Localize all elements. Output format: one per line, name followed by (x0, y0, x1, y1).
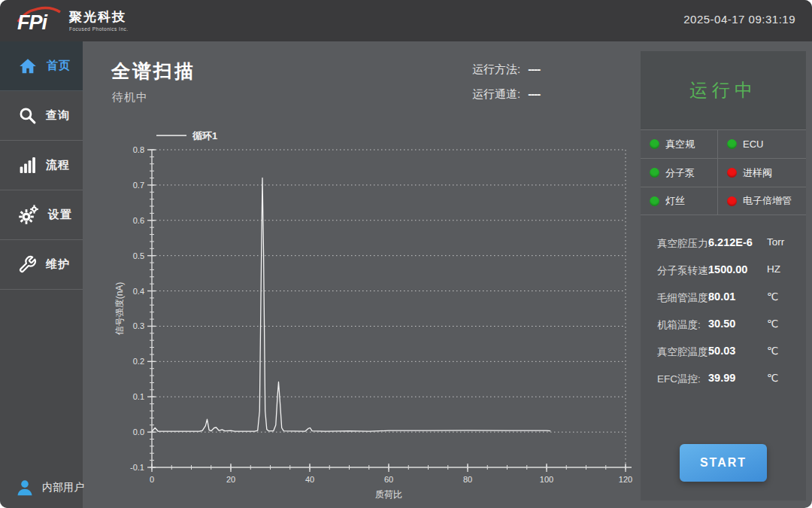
top-bar: FPi 聚光科技 Focused Photonics Inc. 2025-04-… (0, 0, 812, 41)
metric-label: 机箱温度: (657, 318, 701, 332)
svg-text:0.7: 0.7 (133, 181, 144, 190)
metric-label: EFC温控: (657, 373, 701, 386)
datetime-display: 2025-04-17 09:31:19 (683, 13, 795, 26)
metric-value: 50.03 (708, 345, 735, 357)
svg-text:0.8: 0.8 (133, 145, 144, 154)
device-filament: 灯丝 (641, 187, 717, 215)
device-label: 灯丝 (665, 194, 685, 208)
machine-status-label: 待机中 (112, 90, 148, 105)
sidebar-item-maintenance[interactable]: 维护 (0, 240, 83, 290)
run-state-banner: 运行中 (641, 51, 806, 129)
metric-value: 80.01 (708, 291, 735, 303)
metric-unit: ℃ (767, 345, 778, 357)
start-button[interactable]: START (680, 444, 767, 482)
metric-value: 30.50 (708, 318, 735, 330)
metric-chassis-temp: 机箱温度: 30.50 ℃ (641, 312, 806, 339)
metric-label: 毛细管温度: (657, 291, 710, 305)
status-dot (650, 168, 659, 178)
metrics-list: 真空腔压力: 6.212E-6 Torr 分子泵转速: 1500.00 HZ 毛… (641, 215, 806, 394)
app-window: FPi 聚光科技 Focused Photonics Inc. 2025-04-… (0, 0, 812, 508)
user-icon (15, 478, 35, 497)
metric-unit: Torr (767, 236, 784, 248)
page-title: 全谱扫描 (111, 59, 195, 84)
metric-label: 真空腔压力: (657, 237, 710, 251)
status-dot (727, 139, 737, 149)
metric-unit: HZ (767, 263, 780, 275)
metric-value: 1500.00 (708, 263, 747, 275)
svg-text:120: 120 (619, 475, 632, 484)
status-panel: 运行中 真空规 ECU 分子泵 进样阀 灯丝 (641, 51, 806, 500)
sidebar-item-label: 设置 (48, 208, 72, 222)
spectrum-plot: -0.10.00.10.20.30.40.50.60.70.8020406080… (113, 123, 639, 500)
device-label: 真空规 (665, 138, 695, 151)
svg-text:80: 80 (463, 475, 472, 484)
svg-text:0: 0 (150, 475, 154, 484)
metric-vacuum-pressure: 真空腔压力: 6.212E-6 Torr (641, 231, 806, 258)
metric-capillary-temp: 毛细管温度: 80.01 ℃ (641, 285, 806, 312)
process-icon (18, 156, 37, 175)
spectrum-chart: -0.10.00.10.20.30.40.50.60.70.8020406080… (113, 123, 639, 503)
device-status-grid: 真空规 ECU 分子泵 进样阀 灯丝 电子倍增管 (641, 129, 806, 215)
settings-icon (18, 205, 39, 226)
svg-text:循环1: 循环1 (192, 130, 217, 141)
status-dot (727, 196, 737, 206)
brand-name-en: Focused Photonics Inc. (69, 26, 129, 32)
sidebar-item-home[interactable]: 首页 (0, 41, 83, 91)
fpi-logo-text: FPi (17, 11, 48, 34)
brand-text: 聚光科技 Focused Photonics Inc. (69, 8, 129, 32)
sidebar-item-process[interactable]: 流程 (0, 141, 83, 190)
metric-unit: ℃ (767, 372, 778, 384)
status-dot (727, 168, 737, 178)
device-label: 电子倍增管 (743, 194, 792, 208)
device-label: 进样阀 (743, 166, 772, 180)
run-info: 运行方法: ---- 运行通道: ---- (472, 62, 540, 112)
run-channel-row: 运行通道: ---- (472, 87, 540, 112)
metric-unit: ℃ (767, 318, 778, 330)
run-method-row: 运行方法: ---- (472, 62, 540, 87)
fpi-logo: FPi 聚光科技 Focused Photonics Inc. (15, 4, 129, 35)
svg-text:0.3: 0.3 (133, 321, 144, 330)
status-dot (650, 139, 659, 149)
metric-efc-temp: EFC温控: 39.99 ℃ (641, 367, 806, 394)
svg-text:0.5: 0.5 (133, 251, 144, 260)
user-account[interactable]: 内部用户 (0, 478, 120, 497)
svg-text:-0.1: -0.1 (130, 463, 144, 472)
svg-text:信号强度(nA): 信号强度(nA) (114, 282, 125, 336)
svg-text:0.0: 0.0 (133, 427, 144, 437)
metric-value: 6.212E-6 (708, 236, 753, 248)
svg-text:100: 100 (540, 475, 553, 484)
svg-text:0.6: 0.6 (133, 216, 144, 225)
device-vacuum-gauge: 真空规 (641, 129, 717, 158)
sidebar-item-query[interactable]: 查询 (0, 91, 83, 141)
device-ecu: ECU (717, 129, 806, 158)
status-dot (650, 196, 659, 206)
search-icon (18, 106, 37, 125)
svg-text:0.2: 0.2 (133, 357, 144, 366)
run-method-value: ---- (528, 62, 540, 75)
metric-pump-speed: 分子泵转速: 1500.00 HZ (641, 258, 806, 285)
user-name-label: 内部用户 (42, 481, 84, 494)
sidebar-item-label: 查询 (46, 108, 70, 123)
sidebar-item-label: 首页 (47, 59, 71, 73)
brand-name-cn: 聚光科技 (69, 8, 129, 26)
sidebar-item-label: 流程 (46, 158, 70, 172)
run-channel-value: ---- (528, 87, 540, 100)
sidebar-item-label: 维护 (46, 257, 70, 272)
svg-text:质荷比: 质荷比 (375, 489, 402, 500)
svg-text:0.1: 0.1 (133, 392, 144, 401)
metric-label: 真空腔温度: (657, 345, 710, 359)
device-molecular-pump: 分子泵 (641, 158, 717, 187)
run-state-text: 运行中 (689, 78, 757, 102)
svg-text:0.4: 0.4 (133, 287, 144, 296)
metric-vacuum-temp: 真空腔温度: 50.03 ℃ (641, 339, 806, 367)
sidebar: 首页 查询 流程 (0, 41, 83, 508)
device-label: ECU (743, 138, 763, 150)
metric-value: 39.99 (708, 372, 735, 384)
maintenance-icon (18, 255, 37, 274)
svg-text:60: 60 (384, 475, 393, 484)
run-channel-label: 运行通道: (472, 87, 520, 102)
fpi-logo-icon: FPi (15, 4, 62, 35)
run-method-label: 运行方法: (472, 62, 520, 77)
sidebar-item-settings[interactable]: 设置 (0, 190, 83, 240)
metric-label: 分子泵转速: (657, 264, 710, 278)
